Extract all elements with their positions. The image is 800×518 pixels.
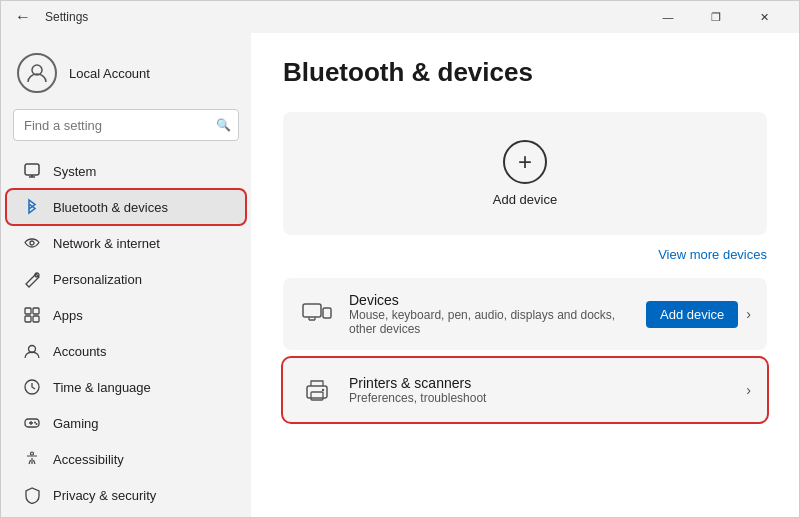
view-more-link[interactable]: View more devices — [658, 247, 767, 262]
svg-rect-5 — [33, 308, 39, 314]
minimize-button[interactable]: — — [645, 1, 691, 33]
sidebar-label-bluetooth: Bluetooth & devices — [53, 200, 168, 215]
main-content: Local Account 🔍 System — [1, 33, 799, 517]
svg-rect-17 — [311, 392, 323, 400]
sidebar-label-system: System — [53, 164, 96, 179]
sidebar-label-gaming: Gaming — [53, 416, 99, 431]
app-title: Settings — [45, 10, 88, 24]
bluetooth-icon — [23, 198, 41, 216]
devices-chevron-icon: › — [746, 306, 751, 322]
avatar — [17, 53, 57, 93]
sidebar-label-personalization: Personalization — [53, 272, 142, 287]
sidebar-item-gaming[interactable]: Gaming — [7, 406, 245, 440]
sidebar-item-apps[interactable]: Apps — [7, 298, 245, 332]
network-icon — [23, 234, 41, 252]
sidebar-label-apps: Apps — [53, 308, 83, 323]
sidebar-item-bluetooth[interactable]: Bluetooth & devices — [7, 190, 245, 224]
devices-icon — [299, 296, 335, 332]
sidebar-label-accounts: Accounts — [53, 344, 106, 359]
devices-info: Devices Mouse, keyboard, pen, audio, dis… — [349, 292, 632, 336]
svg-point-13 — [31, 452, 34, 455]
printers-info: Printers & scanners Preferences, trouble… — [349, 375, 732, 405]
accessibility-icon — [23, 450, 41, 468]
svg-rect-7 — [33, 316, 39, 322]
sidebar-label-privacy: Privacy & security — [53, 488, 156, 503]
sidebar-item-network[interactable]: Network & internet — [7, 226, 245, 260]
add-device-label: Add device — [493, 192, 557, 207]
search-box: 🔍 — [13, 109, 239, 141]
devices-add-button[interactable]: Add device — [646, 301, 738, 328]
view-more-container: View more devices — [283, 247, 767, 262]
sidebar-label-time: Time & language — [53, 380, 151, 395]
sidebar-item-accessibility[interactable]: Accessibility — [7, 442, 245, 476]
devices-row[interactable]: Devices Mouse, keyboard, pen, audio, dis… — [283, 278, 767, 350]
search-icon: 🔍 — [216, 118, 231, 132]
sidebar-label-network: Network & internet — [53, 236, 160, 251]
sidebar-item-personalization[interactable]: Personalization — [7, 262, 245, 296]
personalization-icon — [23, 270, 41, 288]
page-title: Bluetooth & devices — [283, 57, 767, 88]
settings-window: ← Settings — ❐ ✕ Local Account — [0, 0, 800, 518]
sidebar-item-accounts[interactable]: Accounts — [7, 334, 245, 368]
svg-point-11 — [34, 422, 36, 424]
titlebar-controls: — ❐ ✕ — [645, 1, 787, 33]
svg-point-12 — [36, 423, 38, 425]
sidebar: Local Account 🔍 System — [1, 33, 251, 517]
titlebar: ← Settings — ❐ ✕ — [1, 1, 799, 33]
gaming-icon — [23, 414, 41, 432]
close-button[interactable]: ✕ — [741, 1, 787, 33]
printers-title: Printers & scanners — [349, 375, 732, 391]
user-name: Local Account — [69, 66, 150, 81]
devices-actions: Add device › — [646, 301, 751, 328]
svg-rect-1 — [25, 164, 39, 175]
user-section: Local Account — [1, 41, 251, 109]
maximize-button[interactable]: ❐ — [693, 1, 739, 33]
add-device-card[interactable]: + Add device — [283, 112, 767, 235]
printers-chevron-icon: › — [746, 382, 751, 398]
system-icon — [23, 162, 41, 180]
add-device-plus-icon: + — [503, 140, 547, 184]
svg-rect-14 — [303, 304, 321, 317]
accounts-icon — [23, 342, 41, 360]
sidebar-item-system[interactable]: System — [7, 154, 245, 188]
printers-icon — [299, 372, 335, 408]
printers-row[interactable]: Printers & scanners Preferences, trouble… — [283, 358, 767, 422]
search-input[interactable] — [13, 109, 239, 141]
time-icon — [23, 378, 41, 396]
sidebar-item-time[interactable]: Time & language — [7, 370, 245, 404]
privacy-icon — [23, 486, 41, 504]
sidebar-item-privacy[interactable]: Privacy & security — [7, 478, 245, 512]
devices-title: Devices — [349, 292, 632, 308]
titlebar-left: ← Settings — [9, 6, 88, 28]
devices-subtitle: Mouse, keyboard, pen, audio, displays an… — [349, 308, 632, 336]
back-button[interactable]: ← — [9, 6, 37, 28]
svg-point-18 — [322, 389, 324, 391]
main-panel: Bluetooth & devices + Add device View mo… — [251, 33, 799, 517]
printers-subtitle: Preferences, troubleshoot — [349, 391, 732, 405]
svg-rect-4 — [25, 308, 31, 314]
svg-rect-15 — [323, 308, 331, 318]
sidebar-label-accessibility: Accessibility — [53, 452, 124, 467]
svg-rect-6 — [25, 316, 31, 322]
apps-icon — [23, 306, 41, 324]
svg-point-2 — [30, 241, 34, 245]
